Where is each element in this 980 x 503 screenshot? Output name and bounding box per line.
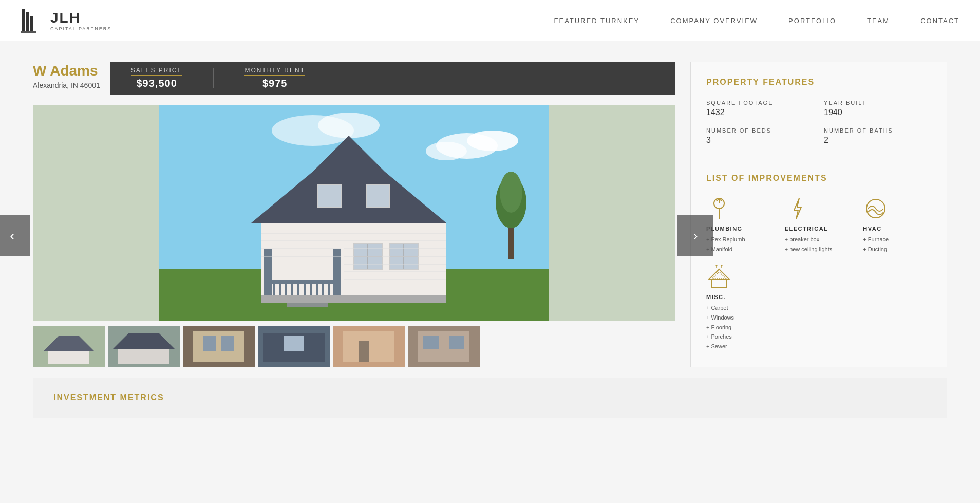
features-title: PROPERTY FEATURES (706, 78, 931, 87)
monthly-rent-label: MONTHLY RENT (244, 67, 305, 76)
hvac-detail: + Furnace+ Ducting (863, 235, 889, 254)
improvements-grid: PLUMBING + Pex Replumb+ Manifold ELECTRI… (706, 196, 931, 351)
improvement-electrical: ELECTRICAL + breaker box+ new ceiling li… (785, 196, 853, 254)
svg-rect-1 (26, 12, 29, 32)
svg-rect-42 (261, 295, 446, 303)
sq-ft-label: SQUARE FOOTAGE (706, 100, 814, 106)
svg-marker-75 (794, 198, 801, 219)
improvement-misc: MISC. + Carpet+ Windows+ Flooring+ Porch… (706, 264, 775, 351)
features-grid: SQUARE FOOTAGE 1432 YEAR BUILT 1940 NUMB… (706, 100, 931, 145)
bottom-section: INVESTMENT METRICS (33, 378, 947, 418)
thumbnail-3[interactable] (183, 326, 255, 367)
num-beds: NUMBER OF BEDS 3 (706, 127, 814, 145)
improvement-plumbing: PLUMBING + Pex Replumb+ Manifold (706, 196, 775, 254)
sales-price: SALES PRICE $93,500 (131, 67, 183, 89)
thumbnail-strip (33, 326, 675, 367)
svg-rect-2 (30, 16, 33, 32)
svg-rect-54 (48, 351, 89, 364)
sales-price-label: SALES PRICE (131, 67, 183, 76)
svg-rect-78 (711, 280, 727, 287)
price-bar: SALES PRICE $93,500 MONTHLY RENT $975 (110, 62, 675, 95)
misc-detail: + Carpet+ Windows+ Flooring+ Porches+ Se… (706, 303, 734, 351)
year-built-label: YEAR BUILT (824, 100, 931, 106)
svg-rect-57 (118, 349, 169, 364)
thumbnail-4[interactable] (258, 326, 330, 367)
baths-value: 2 (824, 136, 931, 145)
num-baths: NUMBER OF BATHS 2 (824, 127, 931, 145)
svg-rect-60 (203, 336, 216, 351)
investment-metrics-title: INVESTMENT METRICS (53, 393, 927, 402)
svg-rect-39 (367, 184, 390, 208)
improvement-hvac: HVAC + Furnace+ Ducting (863, 196, 931, 254)
monthly-rent-value: $975 (262, 78, 288, 89)
hvac-icon (863, 196, 889, 221)
svg-point-6 (467, 131, 518, 151)
nav-item-company-overview[interactable]: COMPANY OVERVIEW (670, 16, 758, 25)
svg-rect-70 (423, 336, 439, 349)
property-city: Alexandria, IN 46001 (33, 81, 100, 94)
svg-marker-83 (720, 265, 723, 266)
svg-rect-64 (284, 336, 304, 351)
svg-rect-3 (21, 31, 36, 33)
square-footage: SQUARE FOOTAGE 1432 (706, 100, 814, 117)
carousel-container: ‹ (33, 105, 675, 367)
svg-rect-59 (193, 331, 244, 362)
electrical-detail: + breaker box+ new ceiling lights (785, 235, 833, 254)
svg-rect-41 (287, 303, 328, 307)
beds-label: NUMBER OF BEDS (706, 127, 814, 134)
svg-rect-0 (22, 9, 25, 32)
electrical-icon (785, 196, 811, 221)
monthly-rent: MONTHLY RENT $975 (244, 67, 305, 89)
svg-rect-67 (359, 341, 369, 362)
content-area: W Adams Alexandria, IN 46001 SALES PRICE… (12, 41, 968, 428)
svg-marker-81 (715, 265, 718, 266)
thumbnail-5[interactable] (333, 326, 405, 367)
right-panel: PROPERTY FEATURES SQUARE FOOTAGE 1432 YE… (690, 62, 947, 367)
nav-item-team[interactable]: TEAM (867, 16, 890, 25)
svg-point-9 (318, 113, 380, 138)
logo-text: JLH CAPITAL PARTNERS (50, 10, 111, 31)
year-built: YEAR BUILT 1940 (824, 100, 931, 117)
carousel-next-button[interactable]: › (677, 215, 713, 256)
svg-marker-77 (709, 269, 729, 280)
house-image (33, 105, 675, 321)
nav-item-portfolio[interactable]: PORTFOLIO (788, 16, 836, 25)
svg-marker-79 (712, 272, 726, 278)
svg-rect-17 (264, 280, 341, 284)
main-layout: W Adams Alexandria, IN 46001 SALES PRICE… (33, 62, 947, 367)
carousel-prev-button[interactable]: ‹ (0, 215, 30, 256)
nav-item-featured-turnkey[interactable]: FEATURED TURNKEY (554, 16, 640, 25)
navbar: JLH CAPITAL PARTNERS FEATURED TURNKEY CO… (0, 0, 980, 41)
thumbnail-1[interactable] (33, 326, 105, 367)
left-section: W Adams Alexandria, IN 46001 SALES PRICE… (33, 62, 675, 367)
svg-rect-71 (449, 336, 464, 349)
svg-point-7 (426, 142, 467, 160)
nav-links: FEATURED TURNKEY COMPANY OVERVIEW PORTFO… (554, 16, 959, 25)
baths-label: NUMBER OF BATHS (824, 127, 931, 134)
hvac-name: HVAC (863, 226, 881, 232)
property-name: W Adams (33, 63, 100, 79)
divider (706, 163, 931, 163)
logo-jlh: JLH (50, 10, 111, 26)
misc-icon (706, 264, 732, 290)
electrical-name: ELECTRICAL (785, 226, 828, 232)
svg-rect-38 (318, 184, 341, 208)
main-image (33, 105, 675, 321)
price-divider (213, 68, 214, 88)
thumbnail-2[interactable] (108, 326, 180, 367)
nav-item-contact[interactable]: CONTACT (920, 16, 959, 25)
year-built-value: 1940 (824, 108, 931, 117)
logo-sub: CAPITAL PARTNERS (50, 26, 111, 31)
svg-point-12 (500, 172, 522, 213)
svg-rect-61 (221, 336, 234, 351)
logo[interactable]: JLH CAPITAL PARTNERS (21, 6, 111, 34)
property-header: W Adams Alexandria, IN 46001 SALES PRICE… (33, 62, 675, 95)
improvements-title: LIST OF IMPROVEMENTS (706, 174, 931, 183)
sales-price-value: $93,500 (136, 78, 177, 89)
beds-value: 3 (706, 136, 814, 145)
thumbnail-6[interactable] (408, 326, 480, 367)
sq-ft-value: 1432 (706, 108, 814, 117)
logo-icon (21, 6, 46, 34)
property-address: W Adams Alexandria, IN 46001 (33, 63, 100, 94)
misc-name: MISC. (706, 294, 726, 300)
